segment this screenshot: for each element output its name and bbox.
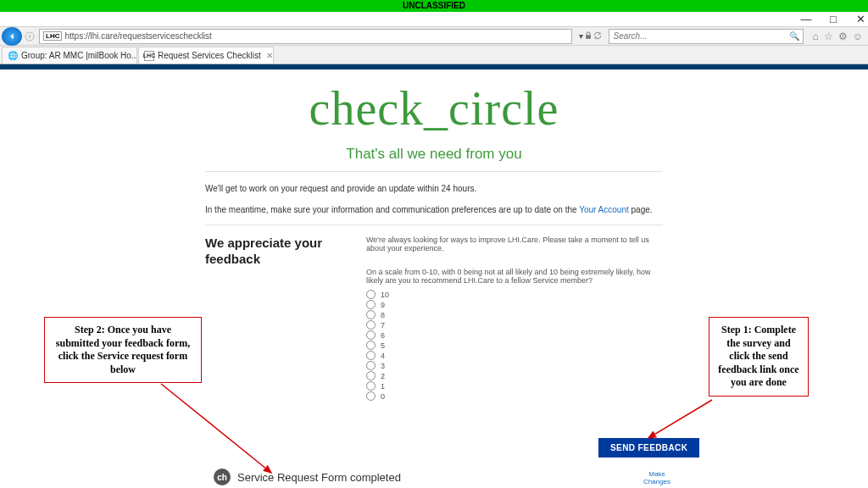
url-text: https://lhi.care/requestserviceschecklis… bbox=[64, 31, 211, 41]
site-favicon: LHC bbox=[144, 51, 154, 61]
tools-icon[interactable]: ⚙ bbox=[838, 30, 848, 42]
body-line-1: We'll get to work on your request and pr… bbox=[205, 182, 663, 195]
minimize-button[interactable]: — bbox=[800, 13, 812, 25]
your-account-link[interactable]: Your Account bbox=[579, 205, 629, 214]
radio-icon bbox=[366, 381, 376, 391]
radio-icon bbox=[366, 361, 376, 370]
nps-option[interactable]: 10 bbox=[366, 290, 663, 299]
service-request-form-label: Service Request Form completed bbox=[237, 471, 401, 484]
search-box[interactable]: 🔍 bbox=[609, 29, 804, 44]
toolbar-icons: ⌂ ☆ ⚙ ☺ bbox=[807, 30, 868, 42]
feedback-section: We appreciate your feedback We're always… bbox=[205, 236, 663, 401]
smiley-icon[interactable]: ☺ bbox=[853, 30, 863, 42]
nps-option[interactable]: 6 bbox=[366, 330, 663, 340]
close-tab-icon[interactable]: ✕ bbox=[266, 51, 273, 60]
nps-radio-group: 10 9 8 7 6 5 4 3 2 1 0 bbox=[366, 290, 663, 401]
window-title-bar: — □ ✕ bbox=[0, 12, 868, 27]
body-line-2: In the meantime, make sure your informat… bbox=[205, 203, 663, 216]
back-button[interactable] bbox=[2, 27, 22, 46]
nps-option[interactable]: 2 bbox=[366, 371, 663, 380]
refresh-icon[interactable] bbox=[593, 31, 602, 42]
divider bbox=[205, 225, 663, 225]
address-controls: ▾ bbox=[579, 31, 602, 42]
feedback-intro: We're always looking for ways to improve… bbox=[366, 236, 663, 252]
send-feedback-button[interactable]: SEND FEEDBACK bbox=[598, 438, 699, 458]
search-magnifier-icon[interactable]: 🔍 bbox=[789, 31, 799, 41]
radio-icon bbox=[366, 310, 376, 319]
address-bar[interactable]: LHC https://lhi.care/requestserviceschec… bbox=[39, 29, 572, 44]
nps-option[interactable]: 7 bbox=[366, 320, 663, 330]
tab-milbook[interactable]: 🌐 Group: AR MMC |milBook Ho... bbox=[2, 47, 137, 64]
feedback-question: On a scale from 0-10, with 0 being not a… bbox=[366, 268, 663, 285]
nps-option[interactable]: 1 bbox=[366, 381, 663, 391]
divider bbox=[205, 171, 663, 172]
hero-title: check_circle bbox=[205, 81, 663, 136]
globe-icon: 🌐 bbox=[8, 51, 18, 61]
service-request-form-row[interactable]: ch Service Request Form completed bbox=[214, 469, 401, 485]
radio-icon bbox=[366, 330, 376, 340]
tabs-row: 🌐 Group: AR MMC |milBook Ho... LHC Reque… bbox=[0, 46, 868, 64]
hero-subtitle: That's all we need from you bbox=[205, 146, 663, 163]
radio-icon bbox=[366, 290, 376, 299]
nps-option[interactable]: 8 bbox=[366, 310, 663, 319]
nps-option[interactable]: 0 bbox=[366, 391, 663, 401]
make-changes-link[interactable]: Make Changes bbox=[643, 471, 670, 486]
radio-icon bbox=[366, 320, 376, 330]
annotation-step-1: Step 1: Complete the survey and click th… bbox=[709, 317, 809, 396]
nps-option[interactable]: 5 bbox=[366, 341, 663, 350]
nps-option[interactable]: 3 bbox=[366, 361, 663, 370]
forward-button[interactable] bbox=[24, 30, 36, 42]
site-identity-badge: LHC bbox=[43, 31, 62, 41]
check-badge-icon: ch bbox=[214, 469, 231, 485]
tab-request-services[interactable]: LHC Request Services Checklist ✕ bbox=[138, 47, 274, 64]
close-window-button[interactable]: ✕ bbox=[854, 13, 866, 25]
restore-button[interactable]: □ bbox=[827, 13, 839, 25]
dropdown-icon[interactable]: ▾ bbox=[579, 31, 583, 41]
nps-option[interactable]: 4 bbox=[366, 351, 663, 360]
radio-icon bbox=[366, 341, 376, 350]
lock-icon[interactable] bbox=[584, 31, 593, 42]
annotation-step-2: Step 2: Once you have submitted your fee… bbox=[44, 317, 202, 383]
home-icon[interactable]: ⌂ bbox=[812, 30, 818, 42]
radio-icon bbox=[366, 371, 376, 380]
tab-label: Group: AR MMC |milBook Ho... bbox=[21, 51, 137, 60]
radio-icon bbox=[366, 300, 376, 309]
classification-banner: UNCLASSIFIED bbox=[0, 0, 868, 12]
favorites-icon[interactable]: ☆ bbox=[824, 30, 833, 42]
address-bar-row: LHC https://lhi.care/requestserviceschec… bbox=[0, 27, 868, 46]
nps-option[interactable]: 9 bbox=[366, 300, 663, 309]
tab-label: Request Services Checklist bbox=[158, 51, 261, 60]
svg-line-2 bbox=[648, 400, 712, 438]
search-input[interactable] bbox=[613, 31, 789, 41]
radio-icon bbox=[366, 391, 376, 401]
radio-icon bbox=[366, 351, 376, 360]
feedback-heading: We appreciate your feedback bbox=[205, 236, 349, 268]
